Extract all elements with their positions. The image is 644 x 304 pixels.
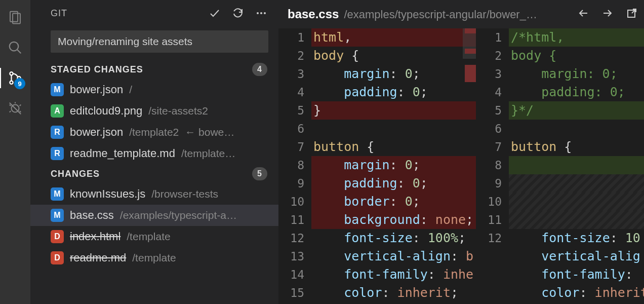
file-row[interactable]: Rreadme_template.md/template… — [30, 143, 278, 164]
file-path: /template — [132, 252, 176, 264]
svg-point-14 — [257, 12, 259, 14]
file-row[interactable]: Mbase.css/examples/typescript-a… — [30, 205, 278, 226]
sidebar-title: GIT — [51, 8, 209, 19]
staged-label: STAGED CHANGES — [51, 64, 143, 75]
file-path: /browser-tests — [151, 188, 218, 200]
svg-point-2 — [10, 42, 19, 51]
source-control-icon[interactable]: 9 — [7, 70, 23, 86]
scm-sidebar: GIT Moving/renaming site assets STAGED C… — [30, 0, 278, 304]
svg-line-10 — [10, 105, 11, 106]
file-name: bower.json — [70, 83, 123, 96]
status-badge: M — [51, 187, 64, 201]
search-icon[interactable] — [7, 40, 23, 56]
svg-line-13 — [20, 111, 21, 112]
file-path: /examples/typescript-a… — [120, 209, 237, 221]
status-badge: A — [51, 104, 64, 118]
status-badge: R — [51, 126, 64, 139]
scm-badge: 9 — [14, 78, 25, 89]
status-badge: R — [51, 147, 64, 160]
staged-section-header[interactable]: STAGED CHANGES 4 — [30, 60, 278, 79]
status-badge: D — [51, 230, 64, 243]
file-path: /site-assets2 — [148, 105, 208, 117]
refresh-icon[interactable] — [232, 7, 244, 19]
svg-point-16 — [264, 12, 266, 14]
left-code[interactable]: html,body { margin: 0; padding: 0;} butt… — [311, 28, 476, 304]
open-file-icon[interactable] — [626, 7, 638, 21]
file-path: /template2 — [129, 126, 179, 138]
status-badge: M — [51, 83, 64, 96]
svg-point-15 — [260, 12, 262, 14]
svg-line-12 — [10, 111, 11, 112]
prev-diff-icon[interactable] — [577, 7, 589, 21]
activity-bar: 9 — [0, 0, 30, 304]
changes-count: 5 — [252, 167, 267, 180]
commit-icon[interactable] — [209, 7, 221, 19]
overview-ruler[interactable] — [461, 28, 476, 304]
status-badge: D — [51, 251, 64, 264]
editor-tabbar: base.css /examples/typescript-angular/bo… — [278, 0, 644, 28]
file-path: / — [129, 84, 132, 96]
tab-path: /examples/typescript-angular/bower_… — [344, 8, 537, 21]
diff-editor[interactable]: 123456789101112131415 html,body { margin… — [278, 28, 644, 304]
file-path: /template — [127, 231, 170, 243]
file-name: readme.md — [70, 251, 126, 264]
file-row[interactable]: Mbower.json/ — [30, 79, 278, 100]
file-row[interactable]: Aeditcloud9.png/site-assets2 — [30, 100, 278, 122]
tab-filename: base.css — [288, 7, 339, 21]
explorer-icon[interactable] — [7, 9, 23, 25]
changes-section-header[interactable]: CHANGES 5 — [30, 164, 278, 183]
file-name: knownIssues.js — [70, 187, 145, 201]
file-row[interactable]: MknownIssues.js/browser-tests — [30, 183, 278, 205]
sidebar-header: GIT — [30, 0, 278, 23]
svg-line-3 — [17, 50, 21, 54]
file-path: /template… — [181, 147, 235, 160]
file-name: index.html — [70, 230, 120, 243]
status-badge: M — [51, 209, 64, 222]
file-name: base.css — [70, 209, 114, 222]
changes-label: CHANGES — [51, 169, 100, 179]
svg-point-5 — [10, 81, 13, 84]
file-row[interactable]: Dreadme.md/template — [30, 247, 278, 269]
file-name: editcloud9.png — [70, 104, 142, 118]
svg-line-11 — [20, 105, 21, 106]
more-icon[interactable] — [255, 7, 267, 19]
right-code[interactable]: /*html,body { margin: 0; padding: 0;}*/ … — [509, 28, 644, 304]
file-extra: ← bowe… — [185, 126, 234, 138]
file-name: bower.json — [70, 126, 123, 139]
debug-icon[interactable] — [7, 100, 23, 117]
svg-point-4 — [10, 72, 13, 75]
next-diff-icon[interactable] — [601, 7, 614, 21]
file-row[interactable]: Rbower.json/template2← bowe… — [30, 122, 278, 143]
right-gutter: 123456789101112 — [476, 28, 509, 304]
commit-message-input[interactable]: Moving/renaming site assets — [51, 30, 268, 53]
editor-area: base.css /examples/typescript-angular/bo… — [278, 0, 644, 304]
editor-tab[interactable]: base.css /examples/typescript-angular/bo… — [288, 7, 537, 21]
staged-count: 4 — [252, 63, 267, 76]
left-gutter: 123456789101112131415 — [278, 28, 311, 304]
file-row[interactable]: Dindex.html/template — [30, 226, 278, 247]
file-name: readme_template.md — [70, 147, 175, 160]
